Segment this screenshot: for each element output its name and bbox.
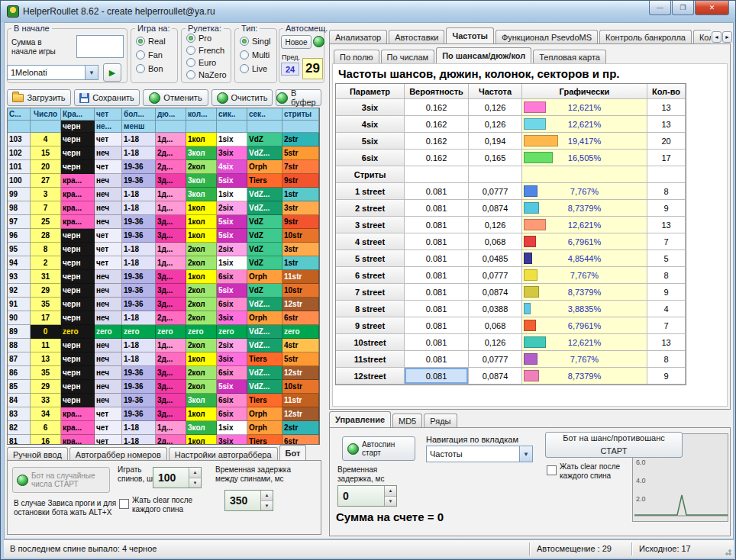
freq-row[interactable]: 2 street0.0810,08748,7379%9 — [336, 200, 686, 217]
freq-row[interactable]: 4 street0.0810,0686,7961%7 — [336, 233, 686, 250]
tab-autograbber[interactable]: Автограббер номеров — [69, 447, 167, 461]
tab-md5[interactable]: MD5 — [392, 414, 422, 427]
delay-stepper[interactable]: 0 ▲▼ — [337, 485, 397, 507]
load-button[interactable]: Загрузить — [7, 89, 71, 106]
frequencies-table[interactable]: ПараметрВероятностьЧастотаГрафическиКол-… — [335, 83, 686, 385]
radio-fan[interactable]: Fan — [136, 50, 163, 60]
history-row[interactable]: 9135черннеч19-363д...2кол6sixVdZ...12str — [8, 298, 319, 311]
history-row[interactable]: 8811черннеч1-181д...2кол2sixVdZ...4str — [8, 339, 319, 352]
play-button[interactable]: ▶ — [103, 63, 121, 82]
new-offset-button[interactable]: Новое — [281, 35, 312, 49]
tab-funkcional-psevdoms[interactable]: Функционал PsevdoMS — [496, 30, 598, 43]
history-row[interactable]: 9725кра...неч19-363д...1кол5sixVdZ9str — [8, 215, 319, 229]
radio-euro[interactable]: Euro — [186, 58, 216, 67]
radio-live[interactable]: Live — [240, 64, 267, 73]
freq-row[interactable]: 3 street0.0810,12612,621%13 — [336, 217, 686, 233]
freq-section-row[interactable]: Стриты — [336, 166, 686, 183]
maximize-button[interactable]: ❐ — [672, 1, 694, 15]
nav-combo[interactable]: Частоты ▼ — [426, 446, 533, 462]
freq-row[interactable]: 7 street0.0810,08748,7379%9 — [336, 284, 686, 301]
freq-row[interactable]: 1 street0.0810,07777,767%8 — [336, 183, 686, 200]
subtab-po-polyu[interactable]: По полю — [334, 50, 379, 63]
history-row[interactable]: 9017черннеч1-182д...2кол3sixOrph6str — [8, 311, 319, 325]
radio-nazero[interactable]: NaZero — [186, 70, 227, 79]
tab-avtostavki[interactable]: Автоставки — [389, 30, 444, 43]
history-row[interactable]: 8433черннеч19-363д...3кол6sixTiers11str — [8, 394, 319, 407]
chance-bot-start-button[interactable]: Бот на шанс/противошанс СТАРТ — [545, 432, 683, 458]
chevron-down-icon[interactable]: ▼ — [519, 446, 532, 462]
freq-row[interactable]: 8 street0.0810,03883,8835%4 — [336, 301, 686, 317]
history-row[interactable]: 958чернчет1-181д...2кол2sixVdZ3str — [8, 243, 319, 256]
minimize-button[interactable]: — — [649, 1, 671, 15]
radio-singl[interactable]: Singl — [240, 37, 270, 46]
freq-row[interactable]: 11street0.0810,07777,767%8 — [336, 351, 686, 368]
freq-row[interactable]: 3six0.1620,12612,621%13 — [336, 99, 686, 116]
history-row[interactable]: 10215черннеч1-182д...3кол3sixVdZ...5str — [8, 146, 319, 160]
tab-autograbber-settings[interactable]: Настройки автограббера — [169, 447, 278, 461]
stepper-down-icon[interactable]: ▼ — [261, 501, 273, 511]
history-row[interactable]: 942чернчет1-181д...2кол1sixVdZ1str — [8, 256, 319, 270]
tab-chastoty[interactable]: Частоты — [446, 27, 493, 43]
history-row[interactable]: 8529черннеч19-363д...2кол5sixVdZ...10str — [8, 380, 319, 394]
undo-button[interactable]: Отменить — [143, 89, 208, 106]
history-row[interactable]: 993кра...неч1-181д...3кол1sixVdZ...1str — [8, 188, 319, 201]
stepper-down-icon[interactable]: ▼ — [189, 478, 201, 488]
radio-french[interactable]: French — [186, 46, 224, 55]
subtab-po-chislam[interactable]: По числам — [381, 50, 435, 63]
save-button[interactable]: Сохранить — [74, 89, 140, 106]
stepper-down-icon[interactable]: ▼ — [385, 497, 396, 507]
tab-scroll-right-icon[interactable]: ► — [722, 31, 732, 43]
close-button[interactable]: ✕ — [695, 1, 729, 15]
tab-ryady[interactable]: Ряды — [424, 414, 457, 427]
bot-delay-stepper[interactable]: 350 ▲▼ — [224, 490, 273, 511]
subtab-po-shansam[interactable]: По шансам/дюж/кол — [436, 47, 531, 63]
history-row[interactable]: 8635черннеч19-363д...2кол6sixVdZ...12str — [8, 366, 319, 380]
history-row[interactable]: 890zerozerozerozerozerozeroVdZ...zero — [8, 325, 319, 339]
control-clear-checkbox[interactable] — [547, 465, 557, 475]
history-row[interactable]: 8713черннеч1-182д...1кол3sixTiers5str — [8, 352, 319, 366]
delay-value[interactable]: 0 — [338, 486, 384, 506]
stepper-up-icon[interactable]: ▲ — [189, 468, 201, 478]
bot-clear-checkbox[interactable] — [119, 499, 129, 509]
tab-scroll-left-icon[interactable]: ◄ — [712, 31, 721, 43]
radio-multi[interactable]: Multi — [240, 50, 270, 60]
radio-real[interactable]: Real — [136, 37, 166, 46]
stepper-up-icon[interactable]: ▲ — [385, 486, 396, 497]
freq-row[interactable]: 9 street0.0810,0686,7961%7 — [336, 317, 686, 334]
clear-button[interactable]: Очистить — [211, 89, 273, 106]
freq-row[interactable]: 12street0.0810,08748,7379%9 — [336, 368, 686, 385]
freq-row[interactable]: 6 street0.0810,07777,767%8 — [336, 267, 686, 284]
radio-pro[interactable]: Pro — [186, 34, 211, 43]
spins-value[interactable]: 100 — [153, 468, 189, 488]
start-sum-input[interactable] — [76, 35, 124, 58]
freq-row[interactable]: 10street0.0810,12612,621%13 — [336, 334, 686, 351]
freq-row[interactable]: 4six0.1620,12612,621%13 — [336, 116, 686, 133]
spins-stepper[interactable]: 100 ▲▼ — [153, 467, 202, 488]
history-row[interactable]: 9331черннеч19-363д...1кол6sixOrph11str — [8, 270, 319, 284]
buffer-button[interactable]: В буфер — [276, 89, 321, 106]
bot-delay-value[interactable]: 350 — [225, 491, 260, 510]
radio-bon[interactable]: Bon — [136, 64, 163, 73]
freq-row[interactable]: 5 street0.0810,04854,8544%5 — [336, 250, 686, 267]
tab-manual-input[interactable]: Ручной ввод — [7, 447, 68, 461]
chevron-down-icon[interactable]: ▼ — [85, 66, 98, 79]
tab-analizator[interactable]: Анализатор — [329, 30, 387, 43]
freq-row[interactable]: 6six0.1620,16516,505%17 — [336, 150, 686, 166]
history-row[interactable]: 10027кра...неч19-363д...3кол5sixTiers9st… — [8, 174, 319, 188]
history-table[interactable]: С...ЧислоКра...четбол...дю...кол...сик..… — [7, 108, 320, 445]
tab-upravlenie[interactable]: Управление — [329, 411, 391, 427]
tab-bot[interactable]: Бот — [279, 445, 307, 461]
title-bar[interactable]: HelperRoullet 8.62 - create helperroulle… — [1, 1, 735, 22]
stepper-up-icon[interactable]: ▲ — [261, 491, 273, 501]
resize-grip[interactable] — [722, 546, 731, 555]
history-row[interactable]: 987кра...неч1-181д...1кол2sixVdZ...3str — [8, 201, 319, 215]
history-row[interactable]: 9628чернчет19-363д...1кол5sixVdZ10str — [8, 229, 319, 243]
random-bot-start-button[interactable]: Бот на случайныечисла СТАРТ — [12, 467, 110, 493]
history-row[interactable]: 9229черннеч19-363д...2кол5sixVdZ10str — [8, 284, 319, 298]
history-row[interactable]: 10120чернчет19-362д...2кол4sixOrph7str — [8, 160, 319, 174]
tab-kontrol-bankrolla[interactable]: Контроль банкролла — [599, 30, 692, 43]
subtab-teplovaya-karta[interactable]: Тепловая карта — [533, 50, 606, 63]
history-row[interactable]: 8334кра...чет19-363д...1кол6sixOrph12str — [8, 407, 319, 421]
preset-combo[interactable]: 1Melonati ▼ — [7, 65, 98, 80]
history-row[interactable]: 1034чернчет1-181д...1кол1sixVdZ2str — [8, 133, 319, 146]
